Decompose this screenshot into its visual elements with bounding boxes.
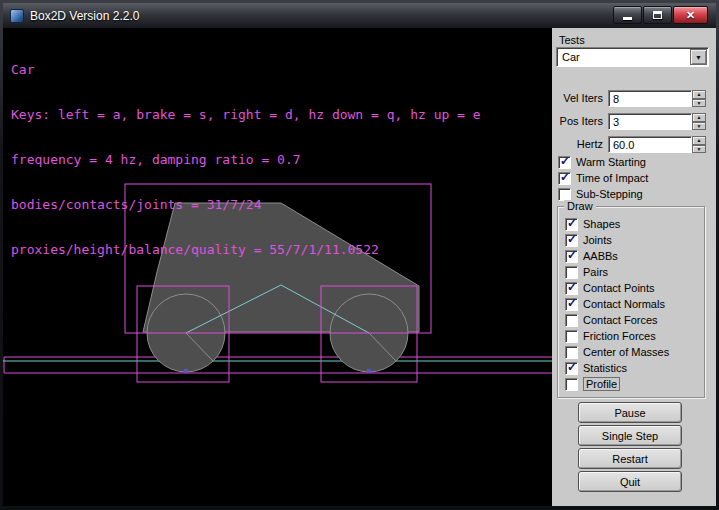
minimize-icon: [623, 17, 632, 20]
vel-iters-spinner: ▲ ▼: [692, 90, 706, 107]
checkbox-joints[interactable]: ✓ Joints: [565, 232, 704, 248]
time-of-impact-box: ✓: [558, 172, 571, 185]
pause-button[interactable]: Pause: [578, 402, 682, 423]
draw-group-label: Draw: [564, 200, 596, 212]
spinner-group: Vel Iters 8 ▲ ▼ Pos Iters 3 ▲ ▼: [552, 90, 706, 159]
profile-box: [565, 378, 578, 391]
checkbox-warm-starting[interactable]: ✓ Warm Starting: [558, 154, 648, 170]
pos-iters-label: Pos Iters: [560, 113, 603, 130]
stats-line-frequency: frequency = 4 hz, damping ratio = 0.7: [11, 152, 481, 167]
tests-dropdown[interactable]: Car ▼: [556, 47, 709, 67]
checkbox-aabbs[interactable]: ✓ AABBs: [565, 248, 704, 264]
contact-normals-label: Contact Normals: [583, 298, 665, 310]
check-icon: ✓: [560, 154, 570, 168]
statistics-label: Statistics: [583, 362, 627, 374]
restart-button[interactable]: Restart: [578, 448, 682, 469]
pos-iters-spinner: ▲ ▼: [692, 113, 706, 130]
checkbox-contact-forces[interactable]: Contact Forces: [565, 312, 704, 328]
maximize-icon: [653, 11, 662, 19]
contact-normals-box: ✓: [565, 298, 578, 311]
check-icon: ✓: [567, 216, 577, 230]
contact-forces-box: [565, 314, 578, 327]
shapes-box: ✓: [565, 218, 578, 231]
check-icon: ✓: [560, 170, 570, 184]
pairs-label: Pairs: [583, 266, 608, 278]
friction-forces-label: Friction Forces: [583, 330, 656, 342]
debug-statistics: Car Keys: left = a, brake = s, right = d…: [11, 32, 481, 287]
vel-iters-label: Vel Iters: [563, 90, 603, 107]
solver-checkboxes: ✓ Warm Starting ✓ Time of Impact Sub-Ste…: [558, 154, 648, 202]
hertz-up-icon[interactable]: ▲: [692, 136, 706, 145]
aabbs-label: AABBs: [583, 250, 618, 262]
checkbox-friction-forces[interactable]: Friction Forces: [565, 328, 704, 344]
app-icon: [10, 9, 24, 23]
checkbox-contact-points[interactable]: ✓ Contact Points: [565, 280, 704, 296]
hertz-label: Hertz: [577, 136, 603, 153]
check-icon: ✓: [567, 296, 577, 310]
check-icon: ✓: [567, 280, 577, 294]
minimize-button[interactable]: [613, 6, 642, 24]
warm-starting-label: Warm Starting: [576, 156, 646, 168]
draw-group: Draw ✓ Shapes ✓ Joints ✓ AABBs: [557, 206, 705, 398]
window-title: Box2D Version 2.2.0: [30, 9, 139, 23]
checkbox-profile[interactable]: Profile: [565, 376, 704, 392]
close-icon: ✕: [686, 10, 695, 21]
hertz-down-icon[interactable]: ▼: [692, 145, 706, 154]
checkbox-center-of-masses[interactable]: Center of Masses: [565, 344, 704, 360]
check-icon: ✓: [567, 232, 577, 246]
hertz-spinner: ▲ ▼: [692, 136, 706, 153]
close-button[interactable]: ✕: [673, 6, 708, 24]
titlebar[interactable]: Box2D Version 2.2.0 ✕: [3, 3, 716, 28]
statistics-box: ✓: [565, 362, 578, 375]
window-content: Car Keys: left = a, brake = s, right = d…: [3, 28, 716, 506]
vel-iters-input[interactable]: 8: [608, 90, 692, 107]
front-contact-point: [367, 369, 371, 373]
maximize-button[interactable]: [643, 6, 672, 24]
friction-forces-box: [565, 330, 578, 343]
time-of-impact-label: Time of Impact: [576, 172, 648, 184]
app-window: Box2D Version 2.2.0 ✕ Car Keys: left = a…: [0, 0, 719, 510]
action-buttons: Pause Single Step Restart Quit: [552, 402, 716, 494]
rear-contact-point: [184, 369, 188, 373]
hertz-input[interactable]: 60.0: [608, 136, 692, 153]
stats-line-bodies: bodies/contacts/joints = 31/7/24: [11, 197, 481, 212]
stats-line-proxies: proxies/height/balance/quality = 55/7/1/…: [11, 242, 481, 257]
contact-points-label: Contact Points: [583, 282, 655, 294]
checkbox-time-of-impact[interactable]: ✓ Time of Impact: [558, 170, 648, 186]
pairs-box: [565, 266, 578, 279]
center-of-masses-label: Center of Masses: [583, 346, 669, 358]
single-step-button[interactable]: Single Step: [578, 425, 682, 446]
joints-label: Joints: [583, 234, 612, 246]
joints-box: ✓: [565, 234, 578, 247]
center-of-masses-box: [565, 346, 578, 359]
vel-iters-down-icon[interactable]: ▼: [692, 99, 706, 108]
vel-iters-up-icon[interactable]: ▲: [692, 90, 706, 99]
vel-iters-row: Vel Iters 8 ▲ ▼: [552, 90, 706, 107]
checkbox-contact-normals[interactable]: ✓ Contact Normals: [565, 296, 704, 312]
sub-stepping-box: [558, 188, 571, 201]
checkbox-statistics[interactable]: ✓ Statistics: [565, 360, 704, 376]
pos-iters-row: Pos Iters 3 ▲ ▼: [552, 113, 706, 130]
tests-dropdown-value: Car: [562, 51, 580, 63]
contact-points-box: ✓: [565, 282, 578, 295]
control-panel: Tests Car ▼ Vel Iters 8 ▲ ▼ Pos Iters 3: [552, 28, 716, 506]
pos-iters-down-icon[interactable]: ▼: [692, 122, 706, 131]
warm-starting-box: ✓: [558, 156, 571, 169]
check-icon: ✓: [567, 360, 577, 374]
hertz-row: Hertz 60.0 ▲ ▼: [552, 136, 706, 153]
pos-iters-up-icon[interactable]: ▲: [692, 113, 706, 122]
quit-button[interactable]: Quit: [578, 471, 682, 492]
shapes-label: Shapes: [583, 218, 620, 230]
check-icon: ✓: [567, 248, 577, 262]
contact-forces-label: Contact Forces: [583, 314, 658, 326]
profile-label: Profile: [583, 377, 620, 391]
dropdown-arrow-icon[interactable]: ▼: [690, 49, 707, 65]
window-controls: ✕: [612, 6, 708, 24]
checkbox-shapes[interactable]: ✓ Shapes: [565, 216, 704, 232]
aabbs-box: ✓: [565, 250, 578, 263]
sub-stepping-label: Sub-Stepping: [576, 188, 643, 200]
pos-iters-input[interactable]: 3: [608, 113, 692, 130]
simulation-canvas[interactable]: Car Keys: left = a, brake = s, right = d…: [3, 28, 552, 506]
stats-line-keys: Keys: left = a, brake = s, right = d, hz…: [11, 107, 481, 122]
checkbox-pairs[interactable]: Pairs: [565, 264, 704, 280]
